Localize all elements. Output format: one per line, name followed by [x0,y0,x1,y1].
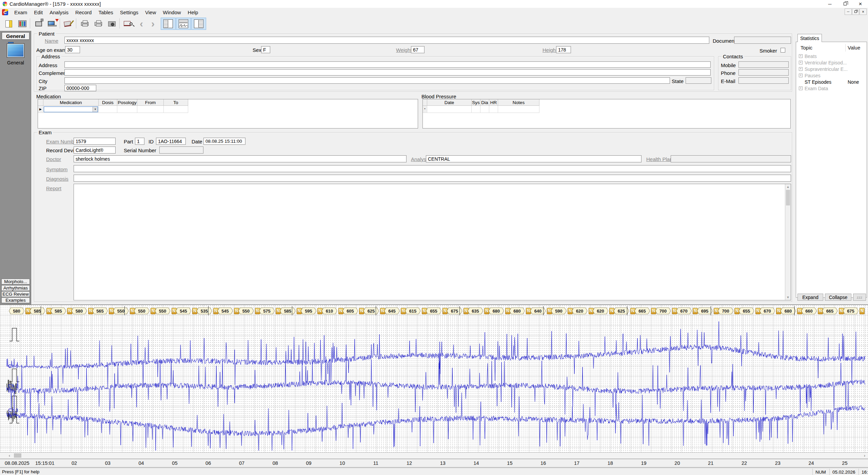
column-header-sys[interactable]: Sys [472,99,480,106]
rr-interval-badge[interactable]: 625N [614,308,635,314]
rr-interval-badge[interactable]: 550N [238,308,260,314]
mdi-close-button[interactable]: × [860,8,867,15]
rr-interval-badge[interactable]: 550N [134,308,156,314]
rr-interval-badge[interactable]: 545N [176,308,197,314]
rr-interval-badge[interactable]: 675N [843,308,865,314]
menu-item-edit[interactable]: Edit [31,8,46,16]
rr-interval-badge[interactable]: 665N [634,308,656,314]
cell-posology[interactable] [117,106,137,113]
rr-interval-badge[interactable]: 585N [51,308,72,314]
column-header-dia[interactable]: Dia [480,99,489,106]
rr-interval-badge[interactable]: 645N [384,308,406,314]
report-scrollbar[interactable]: ▲ ▼ [785,184,791,300]
symptom-field[interactable] [74,165,791,172]
menu-item-settings[interactable]: Settings [117,8,142,16]
cell-medication[interactable]: ▼ [43,106,99,113]
weight-label[interactable]: Weight [396,47,412,53]
address-field[interactable] [64,61,711,68]
part-field[interactable]: 1 [135,138,144,145]
menu-item-help[interactable]: Help [184,8,202,16]
city-field[interactable] [64,77,670,84]
mdi-minimize-button[interactable]: ─ [845,8,852,15]
menu-item-window[interactable]: Window [159,8,184,16]
menu-item-record[interactable]: Record [72,8,95,16]
menu-item-analysis[interactable]: Analysis [46,8,72,16]
complement-field[interactable] [64,69,711,76]
symptom-label[interactable]: Symptom [46,166,67,172]
height-field[interactable]: 178 [556,46,571,53]
tree-expand-icon[interactable]: + [799,54,803,58]
column-header-date[interactable]: Date [427,99,472,106]
column-header-medication[interactable]: Medication [43,99,99,106]
collapse-button[interactable]: Collapse [825,294,851,301]
rr-interval-badge[interactable]: 580N [72,308,93,314]
stats-item-ventricularepisod[interactable]: +Ventricular Episod... [796,59,867,66]
tree-expand-icon[interactable]: + [799,61,803,64]
stats-item-beats[interactable]: +Beats [796,53,867,59]
rr-interval-badge[interactable]: 535N [197,308,218,314]
rr-interval-badge[interactable]: 635N [468,308,489,314]
analyst-field[interactable]: CENTRAL [426,155,642,162]
rr-interval-badge[interactable]: 565N [92,308,114,314]
report-scroll-thumb[interactable] [786,190,790,205]
sidebar-button-arrhythmias[interactable]: Arrhythmias [1,285,30,291]
menu-item-exam[interactable]: Exam [11,8,31,16]
cell-sys[interactable] [472,106,480,113]
cell-from[interactable] [137,106,164,113]
rr-interval-badge[interactable]: 620N [593,308,614,314]
rr-interval-badge[interactable]: 595N [301,308,322,314]
column-header-notes[interactable]: Notes [498,99,539,106]
rr-interval-badge[interactable]: 620N [572,308,594,314]
combo-dropdown-icon[interactable]: ▼ [93,107,98,112]
tree-expand-icon[interactable]: + [799,67,803,71]
id-field[interactable]: 1AO-11664 [156,138,186,145]
email-field[interactable] [738,77,789,84]
review-book-icon[interactable] [122,18,134,29]
cell-dia[interactable] [480,106,489,113]
rr-interval-badge[interactable]: 610N [322,308,343,314]
rr-interval-badge[interactable]: 680N [489,308,510,314]
restore-button[interactable] [837,0,853,8]
doctor-field[interactable]: sherlock holmes [74,155,407,162]
medication-table[interactable]: MedicationDosisPosologyFromTo ▶▼ [38,99,418,128]
rr-interval-badge[interactable]: 670N [760,308,781,314]
smoker-checkbox[interactable] [781,48,785,53]
rr-interval-badge[interactable]: 680N [781,308,802,314]
cell-hr[interactable] [489,106,498,113]
cell-to[interactable] [164,106,188,113]
state-field[interactable] [686,77,711,84]
rr-interval-badge[interactable]: 670N [676,308,698,314]
medication-combo[interactable]: ▼ [44,106,98,112]
column-header-from[interactable]: From [137,99,164,106]
menu-item-tables[interactable]: Tables [95,8,116,16]
zip-field[interactable]: 00000-000 [64,85,96,91]
minimize-button[interactable]: ─ [822,0,837,8]
rr-interval-badge[interactable]: 550N [113,308,135,314]
send-to-pc-icon[interactable] [33,18,45,29]
beat-annotation-badge[interactable]: N [860,308,865,314]
general-folder-icon[interactable] [7,43,24,58]
menu-item-view[interactable]: View [142,8,159,16]
rr-interval-badge[interactable]: 550N [155,308,177,314]
report-field[interactable] [74,184,791,300]
report-scroll-down-icon[interactable]: ▼ [785,295,791,300]
column-header-hr[interactable]: HR [489,99,498,106]
rr-interval-badge[interactable]: 625N [363,308,385,314]
layout-detail-icon[interactable] [191,18,206,30]
ecg-horizontal-scrollbar[interactable]: ‹ › [0,452,868,458]
expand-button[interactable]: Expand [797,294,823,301]
sign-report-icon[interactable] [62,18,75,29]
diagnosis-label[interactable]: Diagnosis [46,176,68,182]
open-archive-icon[interactable] [16,18,28,29]
scroll-left-icon[interactable]: ‹ [7,453,12,458]
health-plan-field[interactable] [671,155,791,162]
analyst-label[interactable]: Analyst [411,156,428,162]
rr-interval-badge[interactable]: 575N [259,308,281,314]
column-header-posology[interactable]: Posology [117,99,137,106]
rr-interval-badge[interactable]: 700N [718,308,739,314]
rr-interval-badge[interactable]: 680N [509,308,531,314]
rr-interval-badge[interactable]: 660N [801,308,823,314]
layout-ecg-icon[interactable] [176,18,191,30]
rr-interval-badge[interactable]: 605N [342,308,364,314]
column-header-dosis[interactable]: Dosis [99,99,117,106]
